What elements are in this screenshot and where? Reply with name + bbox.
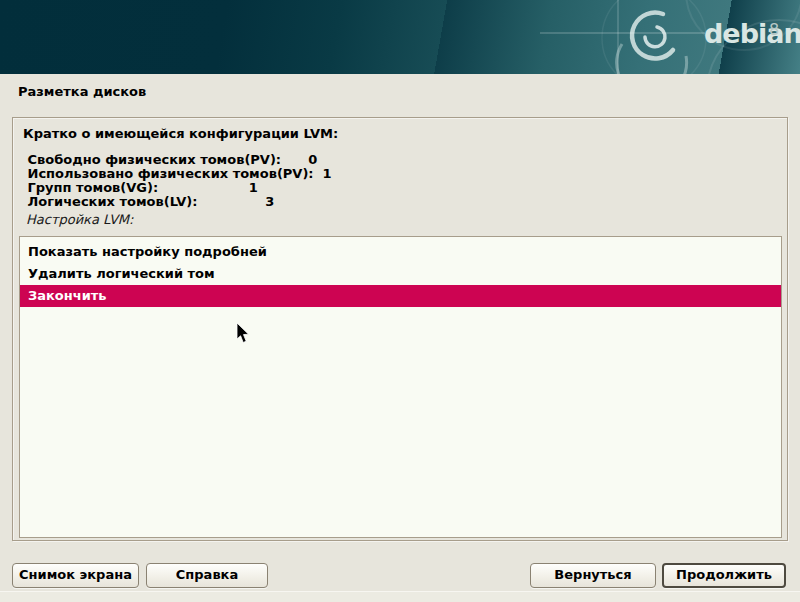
mouse-cursor	[236, 323, 250, 345]
go-back-button[interactable]: Вернуться	[530, 563, 656, 588]
list-item-finish[interactable]: Закончить	[20, 285, 781, 307]
list-item-show-details[interactable]: Показать настройку подробней	[20, 241, 781, 263]
bottom-strip	[0, 591, 800, 602]
debian-version: 8	[769, 20, 779, 39]
lvm-config-frame: Кратко о имеющейся конфигурации LVM: Сво…	[12, 117, 788, 541]
help-button[interactable]: Справка	[146, 563, 268, 588]
lvm-summary-values: Свободно физических томов(PV): 0 Использ…	[23, 153, 332, 209]
debian-logo-text: debian	[704, 18, 800, 49]
screenshot-button[interactable]: Снимок экрана	[12, 563, 139, 588]
lvm-action-list[interactable]: Показать настройку подробней Удалить лог…	[19, 236, 782, 538]
debian-swirl-art	[0, 0, 800, 74]
lvm-summary-heading: Кратко о имеющейся конфигурации LVM:	[23, 126, 338, 141]
banner: debian 8	[0, 0, 800, 74]
page-title: Разметка дисков	[18, 84, 146, 99]
list-item-delete-lv[interactable]: Удалить логический том	[20, 263, 781, 285]
lvm-configuration-label: Настройка LVM:	[26, 212, 133, 227]
continue-button[interactable]: Продолжить	[662, 563, 786, 588]
